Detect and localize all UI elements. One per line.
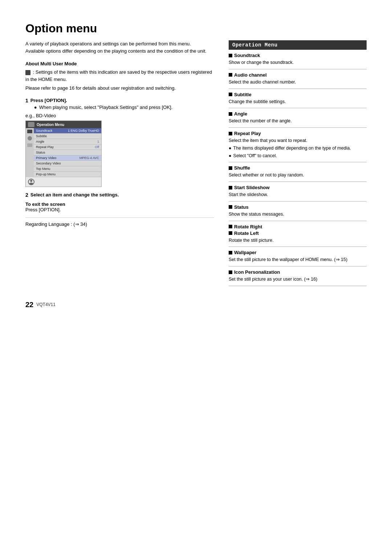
menu-row-label-topmenu: Top Menu [36, 167, 50, 171]
menu-row-soundtrack: Soundtrack 1 ENG Dolby TrueHD [34, 128, 101, 134]
subtitle-icon [229, 93, 232, 96]
op-section-angle: Angle Select the number of the angle. [229, 108, 367, 128]
repeat-bullet-dot-1: ● [229, 145, 232, 152]
step1: 1 Press [OPTION]. ● When playing music, … [25, 98, 214, 110]
menu-left-icons [26, 128, 34, 177]
footer: 22 VQT4V11 [25, 301, 367, 309]
menu-row-label-subtitle: Subtitle [36, 134, 47, 138]
repeat-bullet-dot-2: ● [229, 152, 232, 159]
op-section-title-wallpaper: Wallpaper [229, 250, 367, 255]
to-exit-body: Press [OPTION]. [25, 207, 214, 212]
op-section-title-audio: Audio channel [229, 72, 367, 78]
about-content: : Settings of the items with this indica… [25, 69, 214, 92]
menu-row-secondary: Secondary Video [34, 161, 101, 166]
icon-personalization-icon [229, 270, 232, 274]
menu-icon-disc [27, 130, 32, 133]
repeat-bullet-text-1: The items displayed differ depending on … [233, 145, 351, 152]
op-section-title-soundtrack: Soundtrack [229, 53, 367, 58]
op-section-shuffle: Shuffle Select whether or not to play ra… [229, 162, 367, 182]
intro-line-2: Available options differ depending on th… [25, 48, 214, 55]
svg-point-0 [30, 180, 32, 182]
angle-body: Select the number of the angle. [229, 118, 367, 125]
repeat-body-text: Select the item that you want to repeat. [229, 137, 367, 144]
menu-screenshot: Operation Menu Soundtrack 1 ENG Dolby Tr… [25, 121, 102, 187]
op-section-title-rotate-left: Rotate Left [229, 231, 367, 236]
rotate-right-icon [229, 225, 232, 228]
step1-title: Press [OPTION]. [30, 98, 67, 103]
left-column: A variety of playback operations and set… [25, 40, 214, 227]
op-menu-header: Operation Menu [229, 40, 367, 50]
menu-header-icon [28, 122, 34, 127]
menu-row-label-repeat: Repeat Play [36, 145, 54, 149]
menu-row-value-repeat: Off [95, 145, 99, 149]
page-container: Option menu A variety of playback operat… [25, 22, 367, 309]
soundtrack-title-text: Soundtrack [234, 53, 260, 58]
menu-row-topmenu: Top Menu [34, 166, 101, 172]
repeat-body: Select the item that you want to repeat.… [229, 137, 367, 159]
slideshow-icon [229, 186, 232, 190]
menu-row-value-soundtrack: 1 ENG Dolby TrueHD [68, 129, 99, 133]
step2: 2 Select an item and change the settings… [25, 192, 214, 198]
op-section-icon-personalization: Icon Personalization Set the still pictu… [229, 266, 367, 286]
wallpaper-title-text: Wallpaper [234, 250, 257, 255]
regarding-line: Regarding Language : (⇒ 34) [25, 217, 214, 227]
about-body-2: Please refer to page 16 for details abou… [25, 85, 214, 92]
op-section-title-status: Status [229, 204, 367, 210]
op-section-rotate: Rotate Right Rotate Left Rotate the stil… [229, 221, 367, 247]
about-body-icon-text: : Settings of the items with this indica… [25, 69, 212, 82]
about-section: About Multi User Mode : Settings of the … [25, 61, 214, 92]
menu-row-value-angle: 1 [97, 140, 99, 143]
rotate-left-title-text: Rotate Left [234, 231, 259, 236]
repeat-icon [229, 132, 232, 135]
repeat-bullet-1: ● The items displayed differ depending o… [229, 145, 367, 152]
step2-number: 2 [25, 192, 28, 198]
to-exit-title: To exit the screen [25, 201, 214, 207]
menu-row-status: Status [34, 150, 101, 155]
menu-header: Operation Menu [26, 121, 101, 128]
op-section-title-angle: Angle [229, 111, 367, 117]
rotate-body: Rotate the still picture. [229, 237, 367, 244]
to-exit-section: To exit the screen Press [OPTION]. [25, 201, 214, 212]
op-section-status: Status Show the status messages. [229, 201, 367, 221]
menu-header-label: Operation Menu [37, 123, 64, 127]
page-title: Option menu [25, 22, 367, 35]
op-section-audio-channel: Audio channel Select the audio channel n… [229, 69, 367, 89]
step1-bullet-text: When playing music, select "Playback Set… [39, 105, 173, 110]
op-section-subtitle: Subtitle Change the subtitle settings. [229, 89, 367, 109]
menu-row-label-primary: Primary Video [36, 156, 56, 160]
icon-personalization-body: Set the still picture as your user icon.… [229, 276, 367, 283]
menu-row-label-angle: Angle [36, 140, 44, 143]
op-section-title-shuffle: Shuffle [229, 165, 367, 171]
audio-icon [229, 73, 232, 77]
wallpaper-body: Set the still picture to the wallpaper o… [229, 256, 367, 263]
angle-icon [229, 112, 232, 116]
op-section-title-slideshow: Start Slideshow [229, 185, 367, 190]
menu-icon-2 [28, 136, 32, 140]
op-section-title-subtitle: Subtitle [229, 92, 367, 97]
menu-row-primary: Primary Video MPEG-4 AVC [34, 155, 101, 161]
op-section-wallpaper: Wallpaper Set the still picture to the w… [229, 247, 367, 266]
right-column: Operation Menu Soundtrack Show or change… [229, 40, 367, 286]
audio-body: Select the audio channel number. [229, 79, 367, 86]
angle-title-text: Angle [234, 111, 247, 117]
step1-content: Press [OPTION]. ● When playing music, se… [30, 98, 172, 110]
step2-content: Select an item and change the settings. [30, 192, 119, 197]
menu-list: Soundtrack 1 ENG Dolby TrueHD Subtitle A… [34, 128, 101, 177]
subtitle-body: Change the subtitle settings. [229, 98, 367, 105]
menu-row-repeat: Repeat Play Off [34, 144, 101, 150]
op-section-repeat: Repeat Play Select the item that you wan… [229, 128, 367, 162]
multi-user-icon [25, 70, 30, 75]
shuffle-title-text: Shuffle [234, 165, 250, 171]
intro-text: A variety of playback operations and set… [25, 40, 214, 54]
footer-model: VQT4V11 [36, 302, 56, 307]
menu-bottom [26, 177, 101, 187]
icon-personalization-title-text: Icon Personalization [234, 269, 280, 275]
op-section-title-icon-personalization: Icon Personalization [229, 269, 367, 275]
shuffle-icon [229, 166, 232, 170]
menu-row-label-status: Status [36, 151, 45, 154]
op-section-title-repeat: Repeat Play [229, 131, 367, 136]
menu-row-label-popup: Pop-up Menu [36, 172, 56, 176]
intro-line-1: A variety of playback operations and set… [25, 40, 214, 48]
step1-number: 1 [25, 98, 28, 103]
soundtrack-body: Show or change the soundtrack. [229, 59, 367, 66]
